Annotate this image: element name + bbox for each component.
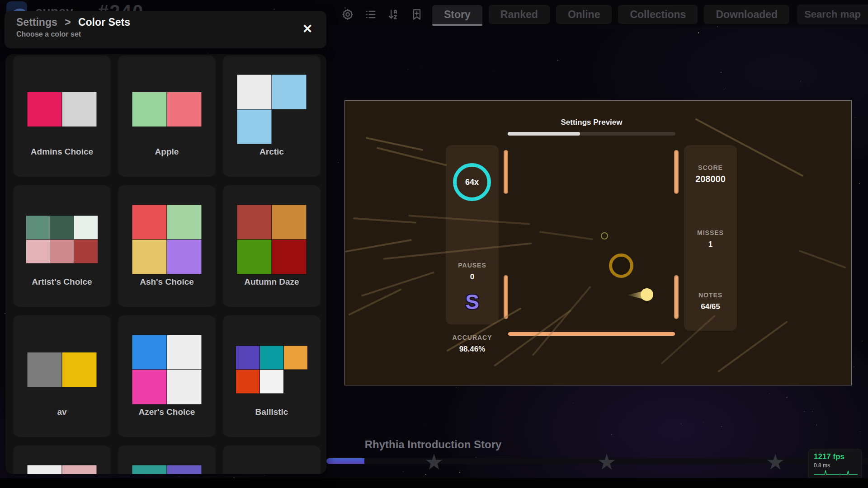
motion-streak	[539, 231, 593, 240]
accuracy-label: ACCURACY	[446, 334, 499, 341]
color-swatch	[26, 216, 50, 239]
right-stats-panel: SCORE 208000 MISSES 1 NOTES 64/65	[684, 145, 737, 331]
misses-value: 1	[684, 240, 737, 249]
sort-az-icon[interactable]	[386, 7, 401, 22]
story-progress-fill	[326, 458, 364, 464]
breadcrumb-separator: >	[65, 16, 71, 28]
frametime-value: 0.8 ms	[814, 462, 856, 469]
rank-letter: S	[446, 290, 499, 314]
note-ball	[641, 288, 653, 301]
color-set-name: Apple	[118, 147, 216, 157]
motion-streak	[361, 272, 434, 297]
color-set-name: Ash's Choice	[118, 277, 216, 287]
color-swatch	[167, 205, 202, 239]
color-set-swatches	[28, 352, 97, 387]
color-swatch	[132, 370, 167, 404]
color-set-card[interactable]: Autumn Daze	[223, 185, 321, 307]
preview-progress-fill	[508, 132, 580, 136]
combo-ring: 64x	[453, 163, 491, 201]
tab-collections[interactable]: Collections	[618, 5, 698, 24]
list-icon[interactable]	[363, 7, 378, 22]
notes-value: 64/65	[684, 302, 737, 311]
color-swatch	[260, 346, 283, 370]
color-set-swatches	[132, 465, 202, 474]
color-swatch	[74, 240, 98, 263]
corner-bar-top-right	[674, 150, 679, 194]
fps-sparkline	[814, 469, 858, 475]
color-swatch	[62, 465, 97, 474]
combo-multiplier: 64x	[465, 178, 479, 187]
close-icon[interactable]: ✕	[299, 21, 316, 37]
dialog-title: Color Sets	[78, 16, 130, 28]
color-set-card[interactable]	[223, 446, 321, 474]
color-set-name: Arctic	[223, 147, 321, 157]
color-set-swatches	[26, 216, 98, 263]
color-swatch	[62, 352, 97, 387]
bottom-letterbox	[0, 478, 868, 488]
motion-streak	[532, 286, 591, 357]
color-swatch	[28, 352, 62, 387]
color-set-name: Artist's Choice	[13, 277, 111, 287]
color-set-name: Azer's Choice	[118, 407, 216, 417]
corner-bar-top-left	[504, 150, 508, 194]
color-swatch	[132, 205, 167, 239]
color-set-card[interactable]: Artist's Choice	[13, 185, 111, 307]
preview-title: Settings Preview	[508, 118, 675, 127]
color-swatch	[284, 346, 307, 370]
nav-row: StoryRankedOnlineCollectionsDownloaded	[340, 5, 868, 24]
color-swatch	[272, 240, 307, 274]
color-swatch	[167, 92, 202, 127]
color-swatch	[132, 92, 167, 127]
gear-icon[interactable]	[340, 7, 355, 22]
motion-streak	[366, 137, 424, 151]
motion-streak	[348, 288, 402, 316]
color-swatch	[237, 110, 272, 144]
color-set-card[interactable]: av	[13, 315, 111, 437]
color-set-card[interactable]: Ballistic	[223, 315, 321, 437]
color-set-swatches	[132, 205, 202, 274]
color-set-card[interactable]	[118, 446, 216, 474]
color-set-swatches	[132, 92, 202, 127]
color-set-name: Ballistic	[223, 407, 321, 417]
bookmark-plus-icon[interactable]	[409, 7, 425, 22]
color-set-swatches	[236, 346, 307, 394]
search-input[interactable]	[804, 9, 868, 20]
difficulty-star: ★	[597, 449, 616, 474]
color-set-name: av	[13, 407, 111, 417]
color-swatch	[272, 75, 307, 109]
color-set-swatches	[237, 205, 307, 274]
score-label: SCORE	[684, 164, 737, 171]
color-set-card[interactable]	[13, 446, 111, 474]
color-swatch	[50, 216, 74, 239]
map-search-box	[797, 5, 868, 24]
color-set-card[interactable]: Admins Choice	[13, 55, 111, 177]
color-swatch	[28, 465, 62, 474]
tab-online[interactable]: Online	[556, 5, 612, 24]
color-swatch	[132, 465, 167, 474]
approaching-note-ring	[609, 253, 633, 278]
pauses-value: 0	[446, 272, 499, 282]
difficulty-star: ★	[765, 449, 785, 474]
corner-bar-bottom-right	[674, 275, 679, 319]
color-set-name: Autumn Daze	[223, 277, 321, 287]
motion-streak	[353, 217, 416, 224]
tab-story[interactable]: Story	[432, 5, 482, 24]
preview-progress-track	[508, 132, 675, 136]
accuracy-value: 98.46%	[446, 345, 499, 354]
color-swatch	[62, 92, 97, 127]
color-set-card[interactable]: Apple	[118, 55, 216, 177]
color-swatch	[236, 370, 259, 394]
tab-ranked[interactable]: Ranked	[489, 5, 550, 24]
color-set-card[interactable]: Arctic	[223, 55, 321, 177]
color-swatch	[237, 240, 272, 274]
color-set-list: Admins ChoiceAppleArcticArtist's ChoiceA…	[5, 54, 326, 474]
tab-downloaded[interactable]: Downloaded	[704, 5, 789, 24]
color-set-card[interactable]: Azer's Choice	[118, 315, 216, 437]
color-swatch	[28, 92, 62, 127]
breadcrumb-settings[interactable]: Settings	[16, 16, 57, 28]
settings-preview-panel: Settings Preview 64x PAUSES 0 S ACCURACY…	[344, 100, 852, 385]
color-swatch	[132, 335, 167, 370]
color-set-card[interactable]: Ash's Choice	[118, 185, 216, 307]
color-swatch	[236, 346, 259, 370]
misses-label: MISSES	[684, 229, 737, 236]
